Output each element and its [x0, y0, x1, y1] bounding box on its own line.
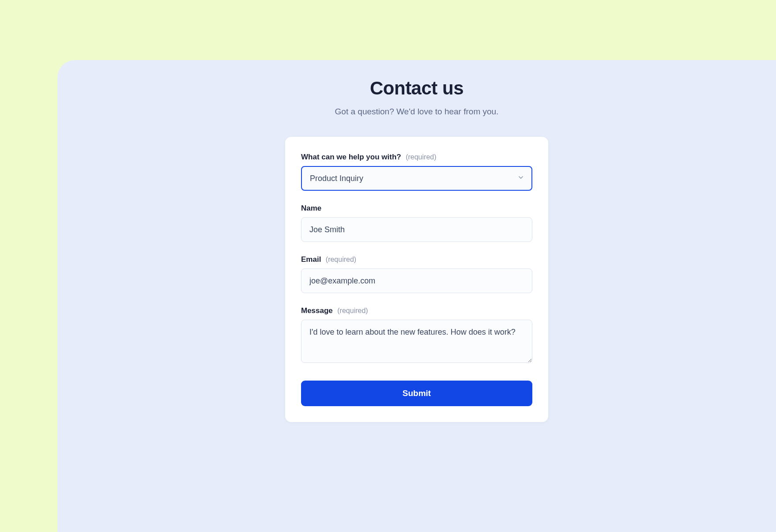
- message-label: Message: [301, 306, 333, 315]
- topic-required-hint: (required): [406, 153, 436, 161]
- email-input[interactable]: [301, 268, 532, 293]
- page-subtitle: Got a question? We'd love to hear from y…: [57, 107, 776, 117]
- message-required-hint: (required): [337, 307, 368, 314]
- name-label-row: Name: [301, 204, 532, 213]
- topic-label: What can we help you with?: [301, 153, 401, 161]
- topic-label-row: What can we help you with? (required): [301, 153, 532, 162]
- submit-button[interactable]: Submit: [301, 381, 532, 406]
- message-textarea[interactable]: I'd love to learn about the new features…: [301, 320, 532, 363]
- name-group: Name: [301, 204, 532, 242]
- name-label: Name: [301, 204, 321, 212]
- email-label: Email: [301, 255, 321, 264]
- topic-group: What can we help you with? (required) Pr…: [301, 153, 532, 191]
- email-required-hint: (required): [326, 256, 356, 263]
- email-label-row: Email (required): [301, 255, 532, 264]
- message-label-row: Message (required): [301, 306, 532, 315]
- name-input[interactable]: [301, 217, 532, 242]
- topic-select-wrapper: Product Inquiry: [301, 166, 532, 191]
- page-title: Contact us: [57, 78, 776, 99]
- email-group: Email (required): [301, 255, 532, 293]
- contact-form-card: What can we help you with? (required) Pr…: [285, 137, 548, 422]
- message-group: Message (required) I'd love to learn abo…: [301, 306, 532, 365]
- contact-panel: Contact us Got a question? We'd love to …: [57, 60, 776, 532]
- topic-select[interactable]: Product Inquiry: [301, 166, 532, 191]
- header: Contact us Got a question? We'd love to …: [57, 78, 776, 117]
